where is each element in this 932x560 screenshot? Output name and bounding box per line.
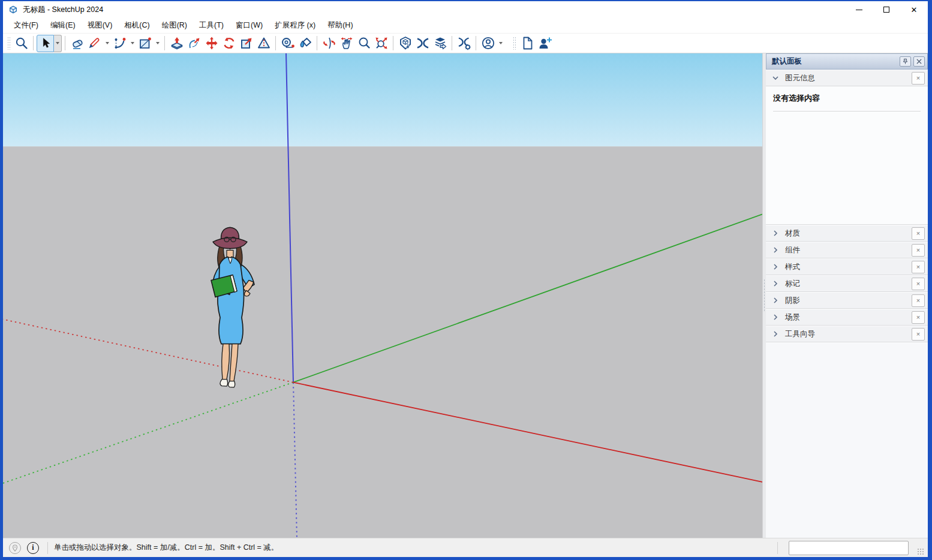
info-button[interactable]: i bbox=[27, 542, 39, 554]
close-tray-button[interactable]: × bbox=[912, 311, 925, 324]
panel-header[interactable]: 默认面板 bbox=[766, 53, 928, 70]
menu-window[interactable]: 窗口(W) bbox=[230, 18, 269, 33]
rectangle-tool-button[interactable] bbox=[136, 35, 154, 52]
share-model-button[interactable] bbox=[431, 35, 449, 52]
tray-entity-info[interactable]: 图元信息 × bbox=[766, 70, 928, 86]
zoom-icon bbox=[357, 36, 371, 50]
menu-camera[interactable]: 相机(C) bbox=[118, 18, 155, 33]
menu-file[interactable]: 文件(F) bbox=[8, 18, 44, 33]
menu-extensions[interactable]: 扩展程序 (x) bbox=[269, 18, 321, 33]
close-tray-button[interactable]: × bbox=[912, 227, 925, 240]
add-collaborator-button[interactable] bbox=[536, 35, 553, 52]
splitter-grip-icon bbox=[763, 279, 765, 312]
rotate-icon bbox=[222, 36, 236, 50]
close-button[interactable]: ✕ bbox=[900, 1, 928, 18]
toolbar bbox=[3, 34, 928, 53]
menu-view[interactable]: 视图(V) bbox=[82, 18, 119, 33]
select-icon bbox=[39, 37, 52, 50]
new-document-icon bbox=[520, 36, 534, 50]
pan-button[interactable] bbox=[338, 35, 355, 52]
tray-label: 工具向导 bbox=[785, 329, 815, 339]
close-tray-button[interactable]: × bbox=[912, 294, 925, 307]
follow-me-icon bbox=[187, 36, 202, 50]
move-button[interactable] bbox=[203, 35, 220, 52]
geolocation-button[interactable] bbox=[9, 542, 21, 554]
select-dropdown[interactable] bbox=[54, 35, 62, 52]
new-document-button[interactable] bbox=[518, 35, 536, 52]
chevron-down-icon bbox=[499, 42, 503, 44]
tray-tags[interactable]: 标记 × bbox=[766, 275, 928, 292]
extension-warehouse-button[interactable] bbox=[414, 35, 431, 52]
chevron-down-icon bbox=[106, 42, 109, 44]
menu-tools[interactable]: 工具(T) bbox=[193, 18, 230, 33]
menu-help[interactable]: 帮助(H) bbox=[321, 18, 359, 33]
zoom-button[interactable] bbox=[355, 35, 372, 52]
maximize-button[interactable] bbox=[873, 1, 900, 18]
push-pull-button[interactable] bbox=[168, 35, 185, 52]
orbit-button[interactable] bbox=[320, 35, 338, 52]
rectangle-dropdown[interactable] bbox=[154, 35, 161, 52]
tray-scenes[interactable]: 场景 × bbox=[766, 309, 928, 326]
account-dropdown[interactable] bbox=[497, 35, 504, 52]
paint-bucket-button[interactable] bbox=[296, 35, 314, 52]
toolbar-separator bbox=[393, 36, 393, 50]
line-dropdown[interactable] bbox=[103, 35, 111, 52]
zoom-extents-icon bbox=[374, 36, 389, 50]
account-button[interactable] bbox=[479, 35, 497, 52]
no-selection-message: 没有选择内容 bbox=[773, 93, 921, 104]
tray-label: 图元信息 bbox=[785, 73, 815, 83]
menu-draw[interactable]: 绘图(R) bbox=[156, 18, 193, 33]
3d-viewport[interactable] bbox=[3, 53, 762, 538]
follow-me-button[interactable] bbox=[185, 35, 203, 52]
chevron-down-icon bbox=[772, 74, 779, 82]
3d-warehouse-button[interactable] bbox=[396, 35, 414, 52]
account-icon bbox=[481, 36, 495, 50]
scale-button[interactable] bbox=[237, 35, 255, 52]
push-pull-icon bbox=[170, 36, 184, 50]
minimize-button[interactable] bbox=[845, 1, 873, 18]
select-tool-button[interactable] bbox=[37, 35, 54, 52]
tray-styles[interactable]: 样式 × bbox=[766, 258, 928, 275]
arc-dropdown[interactable] bbox=[128, 35, 136, 52]
tray-materials[interactable]: 材质 × bbox=[766, 225, 928, 242]
arc-tool-button[interactable] bbox=[111, 35, 128, 52]
tray-instructor[interactable]: 工具向导 × bbox=[766, 326, 928, 342]
extension-manager-button[interactable] bbox=[455, 35, 473, 52]
eraser-icon bbox=[70, 36, 85, 50]
tray-components[interactable]: 组件 × bbox=[766, 242, 928, 258]
toolbar-grip[interactable] bbox=[7, 37, 11, 50]
rotate-button[interactable] bbox=[220, 35, 237, 52]
offset-button[interactable] bbox=[255, 35, 272, 52]
close-tray-button[interactable]: × bbox=[912, 261, 925, 273]
line-tool-button[interactable] bbox=[86, 35, 103, 52]
pin-panel-button[interactable] bbox=[900, 56, 911, 67]
maximize-icon bbox=[883, 7, 889, 13]
chevron-right-icon bbox=[772, 230, 779, 237]
status-bar: i 单击或拖动以选择对象。Shift = 加/减。Ctrl = 加。Shift … bbox=[3, 538, 928, 557]
close-tray-button[interactable]: × bbox=[912, 244, 925, 257]
zoom-extents-button[interactable] bbox=[372, 35, 390, 52]
eraser-button[interactable] bbox=[68, 35, 86, 52]
tray-shadows[interactable]: 阴影 × bbox=[766, 292, 928, 309]
chevron-right-icon bbox=[772, 314, 779, 321]
chevron-right-icon bbox=[772, 246, 779, 254]
measurement-separator bbox=[777, 542, 778, 554]
tray-label: 标记 bbox=[785, 279, 800, 289]
scale-icon bbox=[239, 36, 254, 50]
close-tray-button[interactable]: × bbox=[912, 328, 925, 341]
resize-grip-icon[interactable] bbox=[917, 548, 924, 555]
tape-measure-button[interactable] bbox=[279, 35, 296, 52]
orbit-icon bbox=[322, 36, 336, 50]
measurement-input[interactable] bbox=[789, 541, 909, 555]
search-button[interactable] bbox=[13, 35, 30, 52]
menu-bar: 文件(F) 编辑(E) 视图(V) 相机(C) 绘图(R) 工具(T) 窗口(W… bbox=[3, 18, 928, 34]
sketchup-logo-icon bbox=[8, 5, 18, 14]
close-tray-button[interactable]: × bbox=[912, 278, 925, 290]
close-panel-button[interactable] bbox=[913, 56, 925, 67]
toolbar-grip[interactable] bbox=[513, 37, 516, 50]
menu-edit[interactable]: 编辑(E) bbox=[44, 18, 82, 33]
rectangle-icon bbox=[138, 36, 152, 50]
tape-measure-icon bbox=[281, 36, 295, 50]
close-tray-button[interactable]: × bbox=[912, 72, 925, 85]
share-model-icon bbox=[433, 36, 447, 50]
